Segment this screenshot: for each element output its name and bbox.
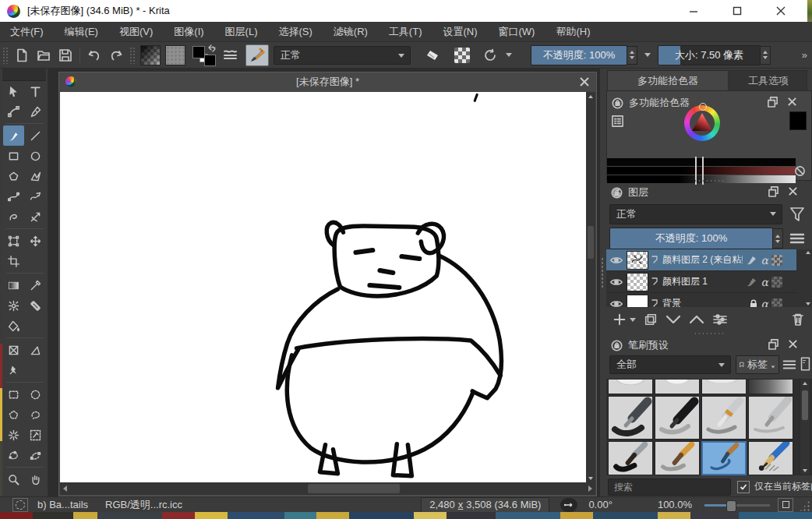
layers-menu-icon[interactable]: [789, 232, 805, 245]
new-document-button[interactable]: [12, 45, 32, 65]
brush-preset-tile[interactable]: [655, 396, 700, 440]
undo-button[interactable]: [84, 45, 104, 65]
layer-properties-icon[interactable]: [771, 298, 782, 308]
layer-lock-icon[interactable]: [749, 298, 758, 307]
canvas-vertical-scrollbar[interactable]: [586, 92, 595, 483]
layer-row[interactable]: 颜料图层 2 (来自粘贴) α: [606, 249, 796, 271]
docker-resize-dots[interactable]: [694, 332, 725, 335]
menu-filter[interactable]: 滤镜(R): [334, 25, 368, 39]
layer-scroll-up[interactable]: [806, 251, 810, 254]
menu-image[interactable]: 图像(I): [174, 25, 203, 39]
zoom-slider-handle[interactable]: [726, 500, 736, 512]
tool-multibrush[interactable]: [25, 207, 46, 227]
tool-bezier-select[interactable]: [25, 425, 46, 445]
brush-preset-tile[interactable]: [701, 379, 747, 394]
brush-preset-tile[interactable]: [608, 441, 653, 475]
tool-freehand-brush[interactable]: [3, 125, 24, 146]
checkbox-checked[interactable]: [737, 481, 750, 493]
tool-rect-select[interactable]: [3, 384, 24, 404]
tool-bezier-curve[interactable]: [3, 186, 24, 207]
duplicate-layer-button[interactable]: [644, 312, 658, 327]
color-profile-label[interactable]: RGB/透明...rc.icc: [105, 498, 182, 512]
docker-resize-dots[interactable]: [694, 179, 725, 182]
brush-preset-tile[interactable]: [701, 396, 747, 440]
search-in-tag-option[interactable]: 仅在当前标签内搜索: [737, 480, 812, 493]
rotation-angle-value[interactable]: 0.00°: [588, 499, 613, 510]
menu-select[interactable]: 选择(S): [278, 25, 312, 39]
layer-row[interactable]: 颜料图层 1 α: [606, 271, 796, 293]
subwindow-title-bar[interactable]: [未保存图像] *: [59, 72, 596, 91]
tool-dynamic-brush[interactable]: [3, 207, 24, 227]
add-layer-button[interactable]: [613, 312, 627, 327]
minimize-button[interactable]: [688, 5, 699, 16]
tool-reference-images[interactable]: [3, 360, 24, 380]
gradient-chooser[interactable]: [140, 45, 161, 65]
layer-visibility-eye-icon[interactable]: [609, 255, 623, 266]
layer-filter-icon[interactable]: [789, 205, 806, 224]
tool-text[interactable]: [25, 81, 46, 101]
alpha-lock-icon[interactable]: α: [761, 276, 768, 288]
docker-float-icon[interactable]: [768, 185, 779, 197]
brush-preset-tile[interactable]: [655, 379, 700, 394]
tool-rectangle[interactable]: [3, 146, 24, 166]
window-resize-grip[interactable]: [800, 500, 810, 512]
edit-brush-settings-button[interactable]: [245, 44, 269, 66]
foreground-background-colors[interactable]: [191, 44, 216, 66]
pattern-chooser[interactable]: [165, 45, 185, 65]
brush-preset-tile[interactable]: [748, 441, 793, 475]
hue-ring[interactable]: [684, 105, 720, 141]
brush-grid-scrollbar[interactable]: [800, 379, 810, 475]
layer-row[interactable]: 背景 α: [606, 293, 796, 307]
tool-move[interactable]: [25, 231, 46, 251]
tool-color-sampler[interactable]: [25, 275, 46, 295]
selector-settings-icon[interactable]: [611, 115, 624, 128]
docker-float-icon[interactable]: [768, 338, 779, 350]
tool-ellipse-select[interactable]: [25, 384, 46, 404]
canvas-horizontal-scrollbar[interactable]: [60, 482, 595, 495]
redo-button[interactable]: [106, 45, 126, 65]
tool-zoom[interactable]: [3, 469, 24, 489]
brush-preset-tile[interactable]: [608, 379, 653, 394]
tool-pan[interactable]: [25, 469, 46, 489]
selection-display-mode-button[interactable]: [12, 498, 28, 512]
tool-polygon[interactable]: [3, 166, 24, 186]
tool-edit-shapes[interactable]: [3, 101, 24, 122]
canvas-rotation-dial[interactable]: [560, 498, 577, 512]
zoom-value[interactable]: 100.0%: [658, 499, 692, 510]
move-layer-down-button[interactable]: [665, 314, 681, 325]
add-layer-dropdown[interactable]: [630, 318, 636, 322]
tool-polygon-select[interactable]: [3, 404, 24, 425]
layer-blending-mode-combo[interactable]: 正常: [609, 204, 782, 224]
docker-splitter-handle[interactable]: [601, 257, 604, 288]
docker-close-icon[interactable]: [787, 97, 797, 107]
shade-strip-2[interactable]: [607, 167, 796, 175]
tool-measure[interactable]: [25, 340, 46, 360]
menu-settings[interactable]: 设置(N): [443, 25, 477, 39]
tool-transform[interactable]: [3, 231, 24, 251]
brush-preset-tile[interactable]: [655, 441, 700, 475]
brush-preset-tile[interactable]: [748, 396, 793, 440]
brush-search-input[interactable]: 搜索: [608, 478, 731, 496]
menu-layer[interactable]: 图层(L): [225, 25, 258, 39]
alpha-inherit-icon[interactable]: [746, 277, 758, 288]
layer-properties-icon[interactable]: [771, 255, 782, 266]
menu-file[interactable]: 文件(F): [10, 25, 44, 39]
layer-properties-button[interactable]: [712, 313, 728, 326]
zoom-slider[interactable]: [704, 500, 770, 510]
docker-float-icon[interactable]: [767, 96, 778, 108]
open-document-button[interactable]: [34, 45, 54, 65]
tool-magnetic-select[interactable]: [25, 445, 46, 465]
preserve-alpha-button[interactable]: [452, 45, 472, 65]
menu-edit[interactable]: 编辑(E): [65, 25, 98, 39]
alpha-lock-icon[interactable]: α: [761, 298, 768, 308]
tool-smart-patch[interactable]: [25, 295, 46, 316]
tags-button[interactable]: 标签: [736, 355, 779, 374]
tool-polyline[interactable]: [25, 166, 46, 186]
toolbar-overflow-chevron[interactable]: »: [802, 49, 807, 61]
tool-freehand-select[interactable]: [25, 404, 46, 425]
toolbox-title-stub[interactable]: [2, 69, 46, 81]
brush-menu-icon[interactable]: [782, 358, 796, 371]
chevron-down-icon[interactable]: [506, 53, 512, 57]
toolbar-drag-handle[interactable]: [129, 47, 136, 64]
docker-lock-icon[interactable]: [611, 340, 623, 351]
